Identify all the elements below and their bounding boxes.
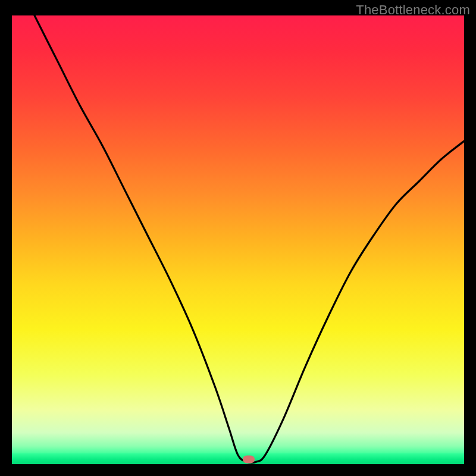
- plot-area: [12, 15, 464, 464]
- watermark-text: TheBottleneck.com: [356, 2, 470, 18]
- chart-frame: TheBottleneck.com: [0, 0, 476, 476]
- bottleneck-curve: [12, 15, 464, 464]
- curve-path: [35, 15, 464, 463]
- optimum-marker: [243, 455, 255, 463]
